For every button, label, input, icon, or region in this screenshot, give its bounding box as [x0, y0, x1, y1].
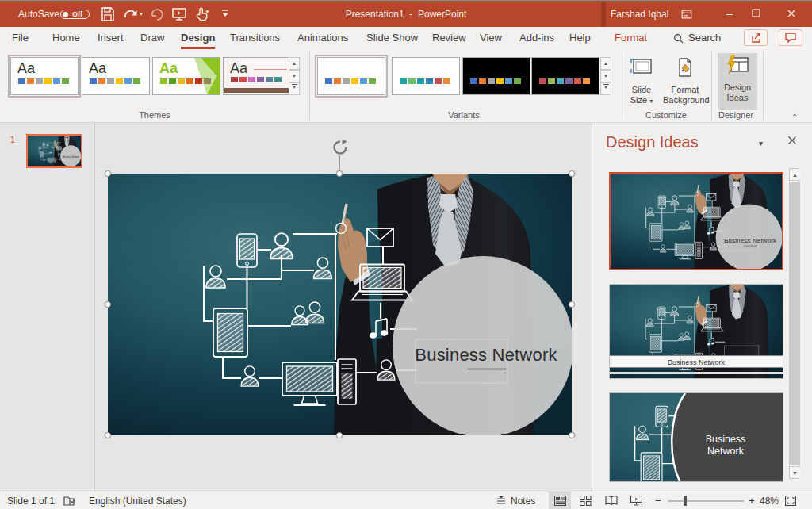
svg-text:Network: Network	[707, 446, 745, 457]
svg-text:Business: Business	[706, 434, 746, 445]
